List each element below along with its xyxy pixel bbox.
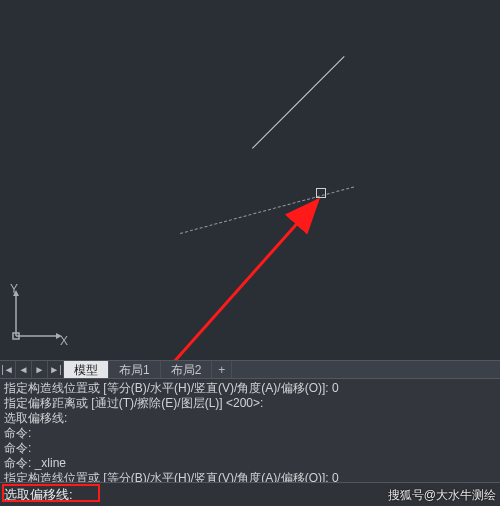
history-line: 命令: [4,441,496,456]
tab-layout2[interactable]: 布局2 [161,361,213,379]
tab-next-button[interactable]: ► [32,361,48,379]
command-history[interactable]: 指定构造线位置或 [等分(B)/水平(H)/竖直(V)/角度(A)/偏移(O)]… [0,378,500,482]
tab-first-button[interactable]: |◄ [0,361,16,379]
construction-line-dashed [180,186,354,234]
history-line: 命令: [4,426,496,441]
tab-model[interactable]: 模型 [64,361,109,379]
ucs-x-label: X [60,334,68,348]
history-line: 命令: _xline [4,456,496,471]
tab-layout1[interactable]: 布局1 [109,361,161,379]
tab-add-button[interactable]: + [212,361,232,378]
construction-line-solid [252,56,345,149]
layout-tabbar: |◄ ◄ ► ►| 模型 布局1 布局2 + [0,360,500,378]
tab-prev-button[interactable]: ◄ [16,361,32,379]
history-line: 指定构造线位置或 [等分(B)/水平(H)/竖直(V)/角度(A)/偏移(O)]… [4,381,496,396]
history-line: 选取偏移线: [4,411,496,426]
cursor-pickbox [316,188,326,198]
ucs-icon: X Y [8,284,78,354]
watermark: 搜狐号@大水牛测绘 [388,487,496,504]
history-line: 指定构造线位置或 [等分(B)/水平(H)/竖直(V)/角度(A)/偏移(O)]… [4,471,496,482]
ucs-y-label: Y [10,282,18,296]
svg-line-1 [60,200,318,360]
history-line: 指定偏移距离或 [通过(T)/擦除(E)/图层(L)] <200>: [4,396,496,411]
command-prompt: 选取偏移线: [4,486,73,504]
drawing-canvas[interactable]: X Y [0,0,500,360]
tab-last-button[interactable]: ►| [48,361,64,379]
tab-navigation: |◄ ◄ ► ►| [0,361,64,378]
